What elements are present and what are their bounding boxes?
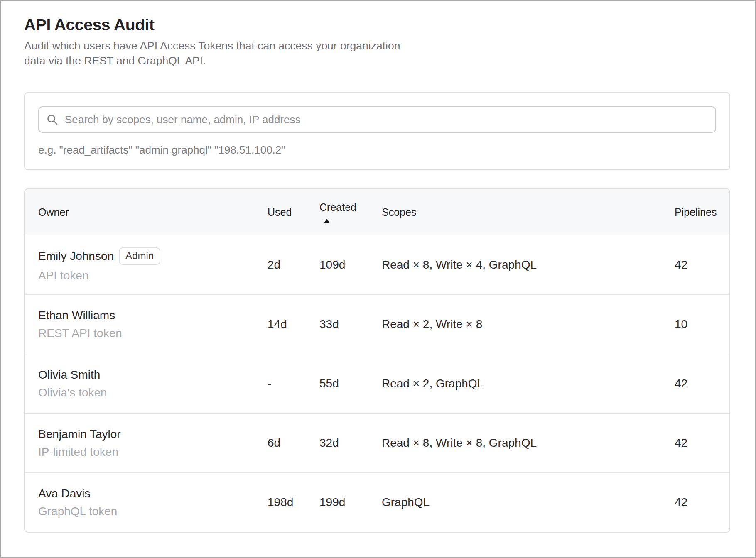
api-tokens-table: Owner Used Created Scopes Pipelines Emil… <box>24 188 730 533</box>
created-value: 32d <box>319 436 382 450</box>
search-box <box>38 106 716 133</box>
token-name: IP-limited token <box>38 445 268 459</box>
pipelines-value: 10 <box>675 318 718 331</box>
scopes-value: GraphQL <box>382 496 675 509</box>
column-header-created[interactable]: Created <box>319 201 382 223</box>
owner-cell: Benjamin Taylor IP-limited token <box>38 427 268 459</box>
owner-cell: Ethan Williams REST API token <box>38 308 268 340</box>
scopes-value: Read × 2, Write × 8 <box>382 318 675 331</box>
used-value: 6d <box>268 436 319 450</box>
created-value: 33d <box>319 318 382 331</box>
admin-badge: Admin <box>119 247 160 265</box>
column-header-used: Used <box>268 206 319 218</box>
used-value: - <box>268 377 319 390</box>
table-row: Emily Johnson Admin API token 2d 109d Re… <box>25 235 729 294</box>
pipelines-value: 42 <box>675 377 718 390</box>
owner-name: Emily Johnson <box>38 249 114 263</box>
owner-name: Olivia Smith <box>38 368 100 382</box>
pipelines-value: 42 <box>675 496 718 509</box>
column-header-pipelines: Pipelines <box>675 206 718 218</box>
owner-name: Ava Davis <box>38 487 91 501</box>
column-header-created-label: Created <box>319 201 356 213</box>
token-name: API token <box>38 269 268 283</box>
table-row: Ava Davis GraphQL token 198d 199d GraphQ… <box>25 472 729 532</box>
used-value: 2d <box>268 258 319 272</box>
scopes-value: Read × 8, Write × 8, GraphQL <box>382 436 675 450</box>
table-row: Benjamin Taylor IP-limited token 6d 32d … <box>25 413 729 472</box>
page-title: API Access Audit <box>24 15 755 35</box>
owner-name: Benjamin Taylor <box>38 427 121 441</box>
token-name: Olivia's token <box>38 386 268 400</box>
owner-cell: Ava Davis GraphQL token <box>38 487 268 519</box>
token-name: REST API token <box>38 326 268 340</box>
pipelines-value: 42 <box>675 436 718 450</box>
search-hint: e.g. "read_artifacts" "admin graphql" "1… <box>38 144 716 156</box>
token-name: GraphQL token <box>38 504 268 519</box>
owner-name: Ethan Williams <box>38 308 115 323</box>
scopes-value: Read × 8, Write × 4, GraphQL <box>382 258 675 272</box>
column-header-owner: Owner <box>38 206 268 218</box>
column-header-scopes: Scopes <box>382 206 675 218</box>
created-value: 109d <box>319 258 382 272</box>
owner-cell: Olivia Smith Olivia's token <box>38 368 268 400</box>
sort-ascending-icon <box>324 219 330 223</box>
scopes-value: Read × 2, GraphQL <box>382 377 675 390</box>
pipelines-value: 42 <box>675 258 718 272</box>
table-row: Ethan Williams REST API token 14d 33d Re… <box>25 294 729 354</box>
table-row: Olivia Smith Olivia's token - 55d Read ×… <box>25 354 729 413</box>
used-value: 14d <box>268 318 319 331</box>
used-value: 198d <box>268 496 319 509</box>
search-card: e.g. "read_artifacts" "admin graphql" "1… <box>24 92 730 170</box>
page-subtitle: Audit which users have API Access Tokens… <box>24 38 419 68</box>
api-access-audit-page: API Access Audit Audit which users have … <box>0 0 756 558</box>
search-input[interactable] <box>38 106 716 133</box>
owner-cell: Emily Johnson Admin API token <box>38 247 268 283</box>
table-header-row: Owner Used Created Scopes Pipelines <box>25 189 729 235</box>
created-value: 55d <box>319 377 382 390</box>
created-value: 199d <box>319 496 382 509</box>
